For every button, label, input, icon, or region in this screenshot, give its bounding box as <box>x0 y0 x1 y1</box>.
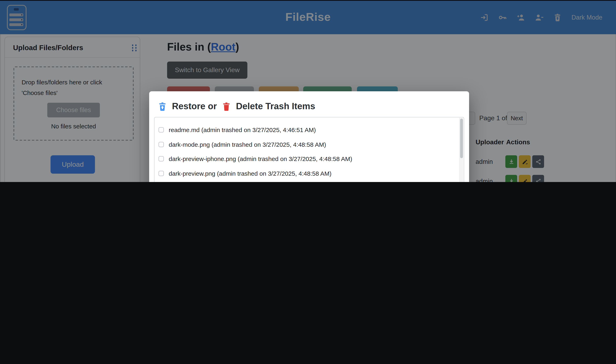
trash-item[interactable]: dark-preview.png (admin trashed on 3/27/… <box>158 166 464 181</box>
item-checkbox[interactable] <box>158 171 164 176</box>
list-scrollbar[interactable] <box>459 118 463 182</box>
item-checkbox[interactable] <box>158 142 164 147</box>
trash-modal-title: Restore or Delete Trash Items <box>157 98 469 115</box>
restore-trash-icon <box>157 101 167 112</box>
trash-items-list: readme.md (admin trashed on 3/27/2025, 4… <box>154 117 464 182</box>
filerise-app: FileRise Dark Mode Upload Files/Folders … <box>0 0 616 182</box>
trash-item[interactable]: delete-folder.png (admin trashed on 3/27… <box>158 181 464 182</box>
scrollbar-thumb[interactable] <box>460 119 463 158</box>
trash-modal: Restore or Delete Trash Items readme.md … <box>149 91 469 182</box>
trash-item[interactable]: dark-mode.png (admin trashed on 3/27/202… <box>158 137 464 152</box>
item-checkbox[interactable] <box>158 156 164 162</box>
trash-item[interactable]: readme.md (admin trashed on 3/27/2025, 4… <box>158 123 464 137</box>
delete-trash-icon <box>221 101 231 112</box>
trash-item[interactable]: dark-preview-iphone.png (admin trashed o… <box>158 152 464 166</box>
item-checkbox[interactable] <box>158 127 164 133</box>
